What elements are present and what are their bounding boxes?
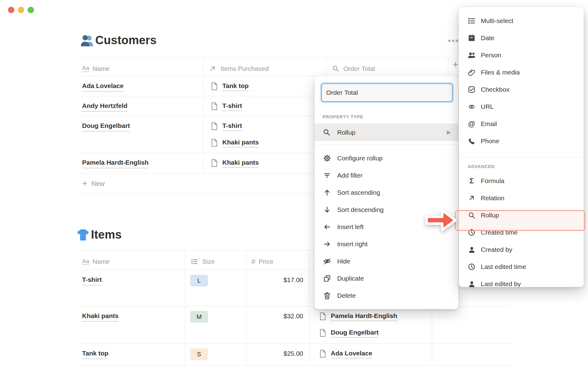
column-header-name[interactable]: Aa Name — [77, 58, 203, 76]
size-cell[interactable]: S — [185, 344, 246, 366]
name-cell[interactable]: Andy Hertzfeld — [77, 96, 203, 116]
size-cell[interactable]: M — [185, 306, 246, 343]
rollup-icon — [331, 64, 340, 73]
relation-page-link[interactable]: Tank top — [222, 81, 249, 91]
menu-item-sort-ascending[interactable]: Sort ascending — [315, 184, 458, 201]
property-name-input[interactable] — [321, 83, 453, 102]
page-icon — [211, 102, 218, 110]
type-option-url[interactable]: URL — [459, 98, 584, 115]
empty-cell — [432, 344, 511, 366]
type-option-checkbox[interactable]: Checkbox — [459, 81, 584, 98]
empty-cell — [432, 306, 511, 343]
items-section-title: Items — [76, 228, 122, 241]
items-cell[interactable]: T-shirt — [203, 96, 326, 116]
relation-page-link[interactable]: T-shirt — [222, 101, 242, 111]
price-cell[interactable]: $25.00 — [246, 344, 309, 366]
name-cell[interactable]: Doug Engelbart — [77, 116, 203, 153]
type-option-person[interactable]: Person — [459, 47, 584, 64]
page-icon — [319, 350, 326, 358]
type-option-relation[interactable]: Relation — [459, 190, 584, 207]
relation-page-link[interactable]: Khaki pants — [222, 158, 259, 168]
page-link[interactable]: Pamela Hardt-English — [82, 157, 149, 168]
app-window: Customers ••• + Aa Name Items Purchased … — [0, 0, 588, 368]
page-link[interactable]: Doug Engelbart — [82, 121, 130, 132]
relation-page-link[interactable]: Pamela Hardt-English — [331, 311, 397, 321]
type-option-created-by[interactable]: Created by — [459, 241, 584, 258]
checkbox-icon — [468, 86, 476, 94]
customers-cell[interactable]: Ada Lovelace — [309, 344, 432, 366]
type-option-rollup[interactable]: Rollup — [459, 207, 584, 224]
type-option-formula[interactable]: Σ Formula — [459, 172, 584, 190]
rollup-icon — [322, 128, 330, 136]
menu-item-duplicate[interactable]: Duplicate — [315, 270, 458, 287]
window-controls — [8, 7, 34, 13]
type-option-phone[interactable]: Phone — [459, 132, 584, 150]
advanced-section-label: ADVANCED — [468, 164, 584, 169]
name-cell[interactable]: Ada Lovelace — [77, 76, 203, 96]
menu-item-insert-right[interactable]: Insert right — [315, 236, 458, 253]
page-link[interactable]: Khaki pants — [82, 311, 119, 322]
at-sign-icon: @ — [468, 120, 476, 128]
column-header-size[interactable]: Size — [185, 250, 246, 270]
price-cell[interactable]: $17.00 — [246, 270, 309, 306]
arrow-down-icon — [323, 206, 331, 214]
type-option-multi-select[interactable]: Multi-select — [459, 12, 584, 29]
property-type-section-label: PROPERTY TYPE — [322, 114, 458, 119]
page-icon — [211, 139, 218, 147]
title-property-icon: Aa — [82, 65, 89, 72]
close-window-button[interactable] — [8, 7, 14, 13]
column-header-price[interactable]: # Price — [246, 250, 309, 270]
page-icon — [319, 312, 326, 320]
size-cell[interactable]: L — [185, 270, 246, 306]
menu-item-delete[interactable]: Delete — [315, 287, 458, 304]
gear-icon — [323, 154, 331, 162]
name-cell[interactable]: Tank top — [77, 344, 185, 366]
name-cell[interactable]: Pamela Hardt-English — [77, 153, 203, 174]
relation-page-link[interactable]: Khaki pants — [222, 138, 259, 148]
type-option-files-media[interactable]: Files & media — [459, 64, 584, 81]
table-more-options-button[interactable]: ••• — [448, 36, 459, 46]
type-option-last-edited-by[interactable]: Last edited by — [459, 275, 584, 287]
person-icon — [468, 246, 476, 254]
size-tag: S — [190, 348, 208, 360]
number-property-icon: # — [251, 258, 255, 266]
sigma-icon: Σ — [468, 177, 476, 185]
title-property-icon: Aa — [82, 258, 89, 265]
type-option-email[interactable]: @ Email — [459, 115, 584, 132]
menu-item-hide[interactable]: Hide — [315, 253, 458, 270]
page-link[interactable]: Ada Lovelace — [82, 81, 123, 92]
property-context-menu: PROPERTY TYPE Rollup ▶ Configure rol — [315, 76, 458, 309]
page-link[interactable]: Tank top — [82, 348, 108, 359]
panel-divider — [459, 157, 584, 157]
items-cell[interactable]: Tank top — [203, 76, 326, 96]
size-tag: L — [190, 275, 208, 286]
column-header-items-purchased[interactable]: Items Purchased — [203, 58, 326, 76]
column-header-name[interactable]: Aa Name — [77, 250, 185, 270]
zoom-window-button[interactable] — [28, 7, 34, 13]
type-option-last-edited-time[interactable]: Last edited time — [459, 258, 584, 275]
minimize-window-button[interactable] — [18, 7, 24, 13]
relation-page-link[interactable]: T-shirt — [222, 121, 242, 131]
items-cell[interactable]: T-shirt Khaki pants — [203, 116, 326, 153]
multi-select-icon — [468, 17, 476, 25]
clock-icon — [468, 228, 476, 236]
menu-item-add-filter[interactable]: Add filter — [315, 167, 458, 184]
type-option-date[interactable]: Date — [459, 29, 584, 47]
menu-item-configure-rollup[interactable]: Configure rollup — [315, 150, 458, 167]
property-type-selector[interactable]: Rollup ▶ — [315, 124, 458, 141]
add-property-button[interactable]: + — [453, 59, 458, 70]
page-link[interactable]: Andy Hertzfeld — [82, 101, 127, 112]
relation-page-link[interactable]: Ada Lovelace — [331, 349, 372, 358]
page-icon — [211, 122, 218, 130]
column-header-order-total[interactable]: Order Total — [326, 58, 448, 76]
items-cell[interactable]: Khaki pants — [203, 153, 326, 174]
name-cell[interactable]: T-shirt — [77, 270, 185, 306]
customers-cell[interactable]: Pamela Hardt-English Doug Engelbart — [309, 306, 432, 343]
arrow-up-icon — [323, 189, 331, 197]
filter-icon — [323, 171, 331, 179]
relation-page-link[interactable]: Doug Engelbart — [331, 328, 379, 338]
price-cell[interactable]: $32.00 — [246, 306, 309, 343]
page-link[interactable]: T-shirt — [82, 274, 102, 286]
type-option-created-time[interactable]: Created time — [459, 224, 584, 241]
name-cell[interactable]: Khaki pants — [77, 306, 185, 343]
